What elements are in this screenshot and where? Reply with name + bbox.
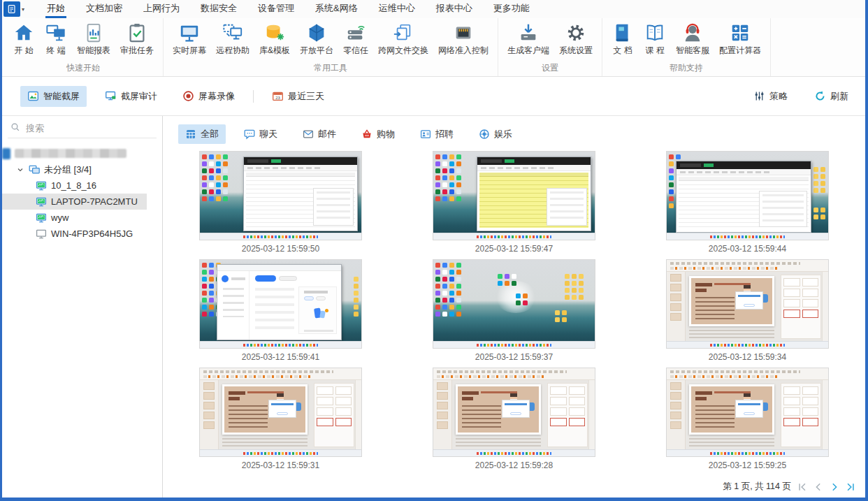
tree-computer-0[interactable]: 10_1_8_16 [2,177,147,194]
menu-tab-2[interactable]: 上网行为 [142,0,181,18]
calendar-icon: 23 [272,90,284,102]
ribbon-item-1-1[interactable]: 远程协助 [211,18,254,57]
filter-button-2[interactable]: 邮件 [296,124,343,144]
screenshot-thumbnail-2[interactable] [666,151,829,240]
screenshot-timestamp: 2025-03-12 15:59:44 [666,244,829,254]
screenshot-timestamp: 2025-03-12 15:59:34 [666,352,829,362]
toolbar-button-3[interactable]: 23最近三天 [265,86,331,107]
pagination-label: 第 1 页, 共 114 页 [723,481,791,493]
search-input[interactable] [24,122,154,134]
tree-group-ungrouped[interactable]: 未分组 [3/4] [2,161,162,177]
ribbon: 开 始终 端智能报表审批任务快速开始实时屏幕远程协助库&模板开放平台零信任跨网文… [2,18,865,77]
ribbon-item-0-2[interactable]: 智能报表 [72,18,115,57]
ribbon-item-1-6[interactable]: 网络准入控制 [433,18,493,57]
ribbon-item-1-0[interactable]: 实时屏幕 [168,18,211,57]
computer-offline-icon [36,228,47,240]
realtime-screen-icon [179,22,200,43]
redacted-root-label [15,149,126,158]
ribbon-item-0-3[interactable]: 审批任务 [115,18,159,57]
file-exchange-icon [393,22,414,43]
ribbon-group-1: 实时屏幕远程协助库&模板开放平台零信任跨网文件交换网络准入控制常用工具 [164,18,498,76]
screenshot-thumbnail-7[interactable] [433,368,595,457]
app-window: ▾ 开始文档加密上网行为数据安全设备管理系统&网络运维中心报表中心更多功能 开 … [0,0,868,501]
ribbon-item-1-3[interactable]: 开放平台 [295,18,338,57]
screenshot-cell-6: 2025-03-12 15:59:31 [199,368,362,470]
ribbon-item-3-3[interactable]: 配置计算器 [714,18,766,57]
menu-tab-3[interactable]: 数据安全 [199,0,238,18]
ribbon-item-3-1[interactable]: 课 程 [639,18,671,57]
entertainment-icon [479,129,490,140]
tree-root-redacted[interactable] [2,145,162,161]
all-grid-icon [185,129,196,140]
menu-tab-6[interactable]: 运维中心 [377,0,417,18]
menu-tab-1[interactable]: 文档加密 [85,0,124,18]
tree-computer-3[interactable]: WIN-4FP3P64H5JG [2,226,147,242]
ribbon-item-3-2[interactable]: 智能客服 [671,18,714,57]
filter-button-0[interactable]: 全部 [178,124,226,144]
network-access-icon [453,22,474,43]
menu-tab-7[interactable]: 报表中心 [435,0,474,18]
computer-online-icon [36,196,47,208]
chevron-down-icon: ▾ [22,6,24,13]
approval-task-icon [126,22,147,43]
screenshot-thumbnail-1[interactable] [433,151,595,240]
tree-computer-1[interactable]: LAPTOP-7PAC2MTU [2,194,147,210]
screenshot-cell-3: 2025-03-12 15:59:41 [199,259,362,362]
filter-button-4[interactable]: 招聘 [413,124,461,144]
course-icon [644,22,665,43]
ribbon-item-0-0[interactable]: 开 始 [8,18,40,57]
thumbnail-image [667,152,828,240]
content-area: 全部聊天邮件购物招聘娱乐 2025-03-12 15:59:502025-03-… [163,116,865,498]
sidebar: 未分组 [3/4]10_1_8_16LAPTOP-7PAC2MTUwywWIN-… [2,116,163,498]
toolbar-button-0[interactable]: 智能截屏 [20,86,87,107]
screenshot-cell-8: 2025-03-12 15:59:25 [666,368,829,470]
app-menu-button[interactable]: ▾ [2,0,27,18]
screenshot-thumbnail-3[interactable] [199,259,362,349]
recruit-icon [420,129,431,140]
ribbon-item-2-1[interactable]: 系统设置 [554,18,598,57]
menu-tab-8[interactable]: 更多功能 [492,0,531,18]
toolbar-right-button-0[interactable]: 策略 [746,86,795,107]
thumbnail-image [200,368,361,456]
search-box[interactable] [8,119,157,138]
toolbar-button-2[interactable]: 屏幕录像 [175,86,242,107]
ribbon-item-2-0[interactable]: 生成客户端 [502,18,554,57]
ribbon-item-1-2[interactable]: 库&模板 [254,18,295,57]
screenshot-cell-5: 2025-03-12 15:59:34 [666,259,829,362]
menu-tabs: 开始文档加密上网行为数据安全设备管理系统&网络运维中心报表中心更多功能 [45,0,531,18]
first-page-icon[interactable] [797,482,807,492]
toolbar-right: 策略刷新 [746,86,855,107]
refresh-icon [814,90,826,102]
screenshot-thumbnail-0[interactable] [199,151,362,240]
ribbon-group-label: 常用工具 [168,61,493,76]
screenshot-grid: 2025-03-12 15:59:502025-03-12 15:59:4720… [163,147,865,470]
toolbar-button-1[interactable]: 截屏审计 [98,86,164,107]
zero-trust-icon [345,22,366,43]
menu-tab-4[interactable]: 设备管理 [256,0,296,18]
toolbar-right-button-1[interactable]: 刷新 [807,86,855,107]
filter-button-5[interactable]: 娱乐 [472,124,519,144]
computer-online-icon [36,212,47,224]
thumbnail-image [667,368,828,456]
tree-computer-2[interactable]: wyw [2,210,147,226]
screenshot-thumbnail-4[interactable] [433,259,595,349]
screenshot-timestamp: 2025-03-12 15:59:47 [433,244,595,254]
svg-text:23: 23 [275,96,280,100]
menu-tab-0[interactable]: 开始 [45,0,66,18]
filter-button-1[interactable]: 聊天 [237,124,284,144]
ribbon-item-1-5[interactable]: 跨网文件交换 [373,18,433,57]
next-page-icon[interactable] [830,482,839,492]
screenshot-thumbnail-5[interactable] [666,259,829,349]
ribbon-item-3-0[interactable]: 文 档 [607,18,639,57]
filter-button-3[interactable]: 购物 [354,124,402,144]
remote-assist-icon [222,22,243,43]
screenshot-thumbnail-6[interactable] [199,368,362,457]
ribbon-item-0-1[interactable]: 终 端 [40,18,72,57]
screenshot-thumbnail-8[interactable] [666,368,829,457]
category-filters: 全部聊天邮件购物招聘娱乐 [163,116,865,147]
screen-record-icon [182,90,194,102]
last-page-icon[interactable] [846,482,855,492]
ribbon-item-1-4[interactable]: 零信任 [338,18,373,57]
menu-tab-5[interactable]: 系统&网络 [314,0,359,18]
prev-page-icon[interactable] [813,482,823,492]
